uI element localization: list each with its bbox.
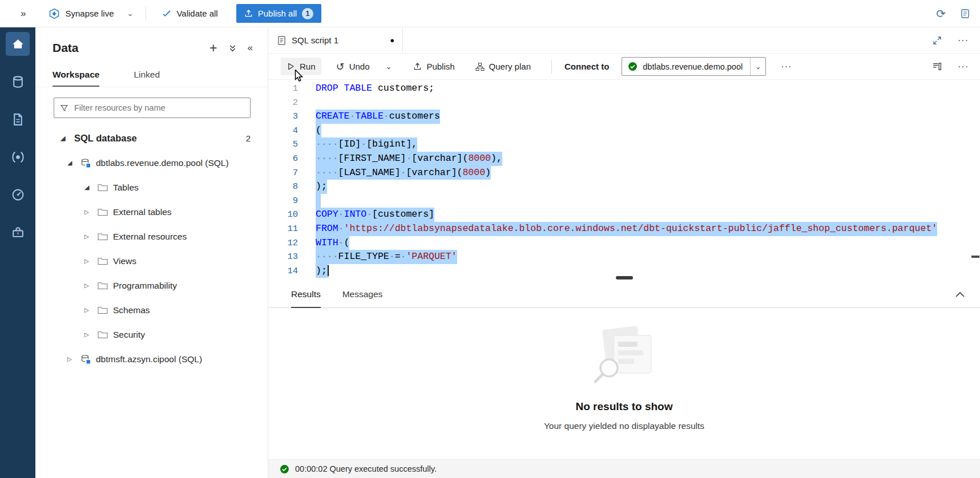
add-resource-icon[interactable]: + [209,42,217,55]
code-line[interactable]: 11FROM·'https://dbtlabsynapsedatalake.bl… [268,222,980,236]
tree-item[interactable]: ▷Views [35,249,268,273]
line-number: 7 [268,166,298,180]
nav-integrate[interactable] [6,145,30,169]
nav-home[interactable] [6,32,30,56]
properties-panel-icon[interactable] [932,62,942,71]
folder-icon [98,257,108,265]
code-line[interactable]: 6····[FIRST_NAME]·[varchar](8000), [268,152,980,166]
resource-tree: ◢SQL database2◢dbtlabs.revenue.demo.pool… [35,126,268,371]
code-line[interactable]: 13····FILE_TYPE·=·'PARQUET' [268,250,980,264]
line-number: 5 [268,137,298,152]
chevron-expanded-icon[interactable]: ◢ [67,159,78,167]
tab-more-actions-icon[interactable]: ··· [958,36,969,45]
code-line[interactable]: 2 [268,96,980,110]
sql-pool-icon [80,354,91,364]
chevron-expanded-icon[interactable]: ◢ [84,184,95,191]
undo-dropdown-icon[interactable]: ⌄ [382,59,395,74]
expand-editor-icon[interactable] [933,36,942,45]
code-editor[interactable]: 1DROP TABLE customers;23CREATE·TABLE·cus… [268,80,980,278]
editor-scrollbar[interactable] [971,80,980,278]
filter-input[interactable] [73,103,244,113]
filter-funnel-icon [60,104,68,112]
nav-develop[interactable] [6,107,30,131]
tab-linked[interactable]: Linked [134,65,160,87]
empty-results-title: No results to show [576,400,673,413]
chevron-collapsed-icon[interactable]: ▷ [84,282,95,289]
code-line[interactable]: 7····[LAST_NAME]·[varchar](8000) [268,166,980,180]
success-check-icon [280,464,289,474]
code-line[interactable]: 5····[ID]·[bigint], [268,137,980,152]
tree-section-sql-database[interactable]: ◢SQL database2 [35,126,268,151]
chevron-collapsed-icon[interactable]: ▷ [84,331,95,338]
tree-item[interactable]: ▷Security [35,322,268,347]
code-line[interactable]: 12WITH·( [268,236,980,250]
chevron-expanded-icon[interactable]: ◢ [61,135,71,142]
code-text: CREATE·TABLE·customers [316,110,440,124]
workspace-mode-selector[interactable]: Synapse live ⌄ [49,8,133,19]
chevron-collapsed-icon[interactable]: ▷ [84,307,95,313]
tab-results-label: Results [291,289,321,299]
folder-icon [98,183,108,192]
code-line[interactable]: 4( [268,124,980,138]
topbar-divider [146,7,146,21]
code-line[interactable]: 9 [268,194,980,208]
validate-all-label: Validate all [176,9,217,18]
chevron-collapsed-icon[interactable]: ▷ [84,209,95,215]
tree-item-label: Programmability [113,281,177,291]
validate-check-icon [162,9,171,18]
code-line[interactable]: 10COPY·INTO·[customers] [268,208,980,222]
code-line[interactable]: 1DROP TABLE customers; [268,82,980,96]
undo-button[interactable]: ↺ Undo [330,58,376,76]
panel-title: Data [53,41,79,55]
status-message: 00:00:02 Query executed successfully. [295,464,437,473]
chevron-collapsed-icon[interactable]: ▷ [84,233,95,240]
tree-item[interactable]: ▷External resources [35,224,268,249]
publish-all-button[interactable]: Publish all 1 [236,4,321,23]
run-button[interactable]: Run [281,58,321,75]
folder-icon [98,330,108,339]
nav-data[interactable] [6,70,30,94]
nav-manage[interactable] [6,220,30,244]
double-chevron-down-icon[interactable] [229,44,236,52]
tab-messages[interactable]: Messages [342,289,383,308]
tab-workspace[interactable]: Workspace [53,65,99,87]
refresh-icon[interactable]: ⟳ [936,8,946,19]
release-notes-icon[interactable] [961,9,970,19]
tree-item[interactable]: ▷dbtmsft.azsyn.cipool (SQL) [35,347,268,371]
validate-all-button[interactable]: Validate all [159,8,221,19]
publish-button[interactable]: Publish [408,58,460,75]
chevron-collapsed-icon[interactable]: ▷ [84,258,95,264]
tab-results[interactable]: Results [291,289,321,308]
nav-monitor[interactable] [6,183,30,206]
line-number: 14 [268,264,298,278]
tree-item[interactable]: ◢Tables [35,175,268,200]
top-bar: » Synapse live ⌄ Validate all Publish al… [0,0,980,27]
editor-more-actions-icon[interactable]: ··· [958,62,969,71]
code-text: ····[LAST_NAME]·[varchar](8000) [316,166,491,180]
code-line[interactable]: 8); [268,180,980,194]
tree-item[interactable]: ▷Schemas [35,298,268,322]
panel-resize-handle[interactable] [616,276,633,279]
results-panel-body: No results to show Your query yielded no… [268,308,980,459]
collapse-results-icon[interactable] [955,290,965,299]
tree-item[interactable]: ▷Programmability [35,273,268,298]
tree-item[interactable]: ▷External tables [35,200,268,224]
pool-select-dropdown[interactable]: dbtlabs.revenue.demo.pool ⌄ [622,57,766,76]
expand-panels-icon[interactable]: » [21,8,26,19]
tab-sql-script-1[interactable]: SQL script 1 ● [268,27,403,53]
results-panel-header: Results Messages [268,278,980,308]
line-number: 10 [268,208,298,222]
line-number: 4 [268,124,298,138]
collapse-panel-icon[interactable]: « [248,42,253,54]
toolbar-more-actions-icon[interactable]: ··· [781,62,792,71]
publish-count-badge: 1 [302,8,313,19]
code-line[interactable]: 3CREATE·TABLE·customers [268,110,980,124]
chevron-collapsed-icon[interactable]: ▷ [67,356,78,362]
code-text: ); [316,264,329,278]
toolbox-icon [11,225,25,240]
tree-item[interactable]: ◢dbtlabs.revenue.demo.pool (SQL) [35,151,268,175]
publish-all-label: Publish all [258,9,297,18]
code-text: FROM·'https://dbtlabsynapsedatalake.blob… [316,222,937,236]
line-number: 2 [268,96,298,110]
query-plan-button[interactable]: Query plan [470,58,537,75]
